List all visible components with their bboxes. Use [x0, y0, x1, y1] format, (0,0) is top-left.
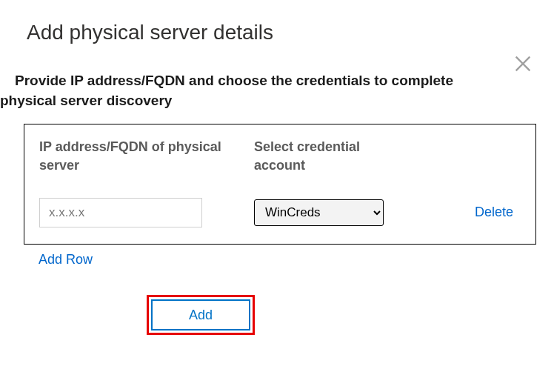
table-row: WinCreds Delete — [39, 198, 521, 227]
credential-select[interactable]: WinCreds — [254, 199, 384, 226]
add-button-highlight: Add — [147, 295, 255, 335]
description-text: Provide IP address/FQDN and choose the c… — [0, 44, 554, 110]
ip-fqdn-input[interactable] — [39, 198, 202, 227]
add-button[interactable]: Add — [151, 299, 250, 330]
description-line1: Provide IP address/FQDN and choose the c… — [15, 73, 453, 88]
page-title: Add physical server details — [0, 0, 554, 44]
column-header-credential: Select credential account — [254, 138, 402, 175]
add-row-link[interactable]: Add Row — [39, 252, 93, 268]
delete-row-link[interactable]: Delete — [475, 205, 513, 219]
close-icon[interactable] — [513, 53, 533, 74]
server-table: IP address/FQDN of physical server Selec… — [24, 124, 536, 244]
column-header-ip: IP address/FQDN of physical server — [39, 138, 254, 175]
table-header-row: IP address/FQDN of physical server Selec… — [39, 138, 521, 175]
description-line2: physical server discovery — [0, 91, 539, 111]
